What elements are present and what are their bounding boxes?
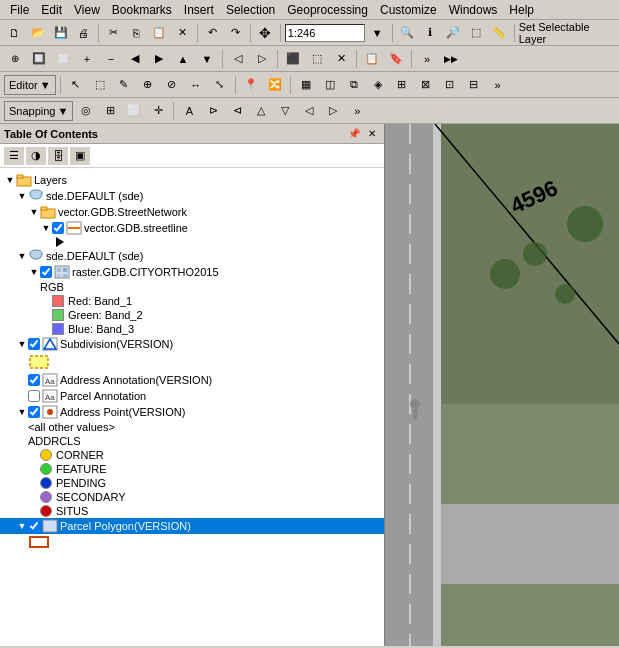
toc-symbol-view[interactable]: ◑ (26, 147, 46, 165)
address-pt-item[interactable]: ▼ Address Point(VERSION) (0, 404, 384, 420)
redo-btn[interactable]: ↷ (225, 22, 246, 44)
subdivision-item[interactable]: ▼ Subdivision(VERSION) (0, 336, 384, 352)
menu-bookmarks[interactable]: Bookmarks (106, 1, 178, 19)
trace-btn[interactable]: 🔀 (264, 74, 286, 96)
next-extent-btn[interactable]: ▷ (251, 48, 273, 70)
print-btn[interactable]: 🖨 (73, 22, 94, 44)
more-edit-7[interactable]: ⊡ (439, 74, 461, 96)
more-edit-2[interactable]: ◫ (319, 74, 341, 96)
subdiv-expand[interactable]: ▼ (16, 338, 28, 350)
map-area[interactable]: 4596 (385, 124, 619, 646)
edit-tool-3[interactable]: ✎ (113, 74, 135, 96)
snapping-dropdown[interactable]: Snapping ▼ (4, 101, 73, 121)
toc-source-view[interactable]: 🗄 (48, 147, 68, 165)
addr-pt-expand[interactable]: ▼ (16, 406, 28, 418)
snap-circle[interactable]: ◎ (75, 100, 97, 122)
layers-root[interactable]: ▼ Layers (0, 172, 384, 188)
sde2-expand[interactable]: ▼ (16, 250, 28, 262)
menu-help[interactable]: Help (503, 1, 540, 19)
identify-btn[interactable]: ℹ (420, 22, 441, 44)
edit-tool-2[interactable]: ⬚ (89, 74, 111, 96)
snap-more-3[interactable]: ⊲ (226, 100, 248, 122)
menu-insert[interactable]: Insert (178, 1, 220, 19)
menu-view[interactable]: View (68, 1, 106, 19)
snap-cross[interactable]: ✛ (147, 100, 169, 122)
menu-file[interactable]: File (4, 1, 35, 19)
snap-more-5[interactable]: ▽ (274, 100, 296, 122)
layers-expand[interactable]: ▼ (4, 174, 16, 186)
pan-right-btn[interactable]: ▶ (148, 48, 170, 70)
menu-customize[interactable]: Customize (374, 1, 443, 19)
prev-extent-btn[interactable]: ◁ (227, 48, 249, 70)
snap-more-2[interactable]: ⊳ (202, 100, 224, 122)
more-scroll[interactable]: » (487, 74, 509, 96)
save-btn[interactable]: 💾 (50, 22, 71, 44)
subdiv-checkbox[interactable] (28, 338, 40, 350)
paste-btn[interactable]: 📋 (149, 22, 170, 44)
copy-btn[interactable]: ⎘ (126, 22, 147, 44)
cityortho-expand[interactable]: ▼ (28, 266, 40, 278)
snap-grid[interactable]: ⊞ (99, 100, 121, 122)
zoom-out-btn[interactable]: − (100, 48, 122, 70)
addr-ann-checkbox[interactable] (28, 374, 40, 386)
sde2-item[interactable]: ▼ sde.DEFAULT (sde) (0, 248, 384, 264)
attr-table-btn[interactable]: 📋 (361, 48, 383, 70)
edit-tool-7[interactable]: ⤡ (209, 74, 231, 96)
pan-left-btn[interactable]: ◀ (124, 48, 146, 70)
streetnetwork-expand[interactable]: ▼ (28, 206, 40, 218)
toc-list-view[interactable]: ☰ (4, 147, 24, 165)
select-box-btn[interactable]: ⬚ (306, 48, 328, 70)
parcel-poly-item[interactable]: ▼ Parcel Polygon(VERSION) (0, 518, 384, 534)
snap-more-6[interactable]: ◁ (298, 100, 320, 122)
pan-up-btn[interactable]: ▲ (172, 48, 194, 70)
clear-sel-btn[interactable]: ✕ (330, 48, 352, 70)
parcel-poly-checkbox[interactable] (28, 520, 40, 532)
more-edit-8[interactable]: ⊟ (463, 74, 485, 96)
snap-toggle[interactable]: 📍 (240, 74, 262, 96)
parcel-poly-expand[interactable]: ▼ (16, 520, 28, 532)
scale-dropdown[interactable]: ▼ (367, 22, 388, 44)
streetline-checkbox[interactable] (52, 222, 64, 234)
delete-btn[interactable]: ✕ (172, 22, 193, 44)
address-ann-item[interactable]: Aa Address Annotation(VERSION) (0, 372, 384, 388)
snap-scroll[interactable]: » (346, 100, 368, 122)
measure-btn[interactable]: 📏 (489, 22, 510, 44)
more-edit-3[interactable]: ⧉ (343, 74, 365, 96)
sde1-item[interactable]: ▼ sde.DEFAULT (sde) (0, 188, 384, 204)
more-edit-1[interactable]: ▦ (295, 74, 317, 96)
edit-tool-1[interactable]: ↖ (65, 74, 87, 96)
find-btn[interactable]: 🔎 (443, 22, 464, 44)
snap-more-7[interactable]: ▷ (322, 100, 344, 122)
pan-btn[interactable]: ✥ (255, 22, 276, 44)
open-btn[interactable]: 📂 (27, 22, 48, 44)
parcel-ann-item[interactable]: Aa Parcel Annotation (0, 388, 384, 404)
zoom-selected-btn[interactable]: ⬜ (52, 48, 74, 70)
menu-selection[interactable]: Selection (220, 1, 281, 19)
toc-close-btn[interactable]: ✕ (364, 126, 380, 142)
scroll-right-btn[interactable]: ▶▶ (440, 48, 462, 70)
select-features-btn[interactable]: ⬛ (282, 48, 304, 70)
addr-pt-checkbox[interactable] (28, 406, 40, 418)
more-edit-4[interactable]: ◈ (367, 74, 389, 96)
zoom-in-btn[interactable]: + (76, 48, 98, 70)
menu-windows[interactable]: Windows (443, 1, 504, 19)
cityortho-item[interactable]: ▼ raster.GDB.CITYORTHO2015 (0, 264, 384, 280)
scale-input[interactable] (285, 24, 365, 42)
streetnetwork-item[interactable]: ▼ vector.GDB.StreetNetwork (0, 204, 384, 220)
edit-tool-4[interactable]: ⊕ (137, 74, 159, 96)
edit-tool-5[interactable]: ⊘ (161, 74, 183, 96)
menu-geoprocessing[interactable]: Geoprocessing (281, 1, 374, 19)
parcel-ann-checkbox[interactable] (28, 390, 40, 402)
toc-pin-btn[interactable]: 📌 (346, 126, 362, 142)
zoom-full-btn[interactable]: ⊕ (4, 48, 26, 70)
streetline-expand[interactable]: ▼ (40, 222, 52, 234)
zoom-btn[interactable]: 🔍 (397, 22, 418, 44)
toc-selection-view[interactable]: ▣ (70, 147, 90, 165)
more-nav-btn[interactable]: » (416, 48, 438, 70)
streetline-item[interactable]: ▼ vector.GDB.streetline (0, 220, 384, 236)
new-btn[interactable]: 🗋 (4, 22, 25, 44)
more-edit-6[interactable]: ⊠ (415, 74, 437, 96)
snap-rect[interactable]: ⬜ (123, 100, 145, 122)
select-btn[interactable]: ⬚ (466, 22, 487, 44)
snap-more-4[interactable]: △ (250, 100, 272, 122)
